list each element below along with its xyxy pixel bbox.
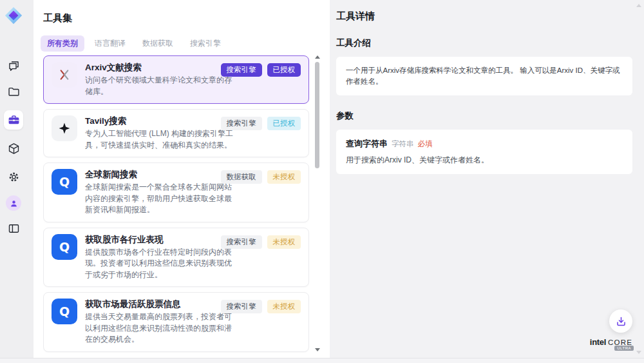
sidebar-item-tools[interactable]	[4, 110, 23, 130]
tool-list: Arxiv文献搜索 访问各个研究领域大量科学论文和文章的存储库。 搜索引擎 已授…	[43, 55, 309, 357]
tool-description: 访问各个研究领域大量科学论文和文章的存储库。	[85, 75, 239, 97]
window-scroll-down-icon[interactable]	[636, 351, 641, 354]
toolbox-panel: 工具集 所有类别语言翻译数据获取搜索引擎 Arxiv文献搜索 访问各个研究领域大…	[33, 0, 330, 358]
sidebar-item-settings[interactable]	[4, 167, 23, 186]
brand-intel: intel	[590, 337, 606, 347]
tavily-icon	[52, 115, 77, 141]
bottom-strip	[0, 358, 644, 363]
folder-icon	[7, 85, 21, 99]
app-logo	[5, 6, 23, 25]
scroll-down-arrow-icon[interactable]	[315, 348, 320, 351]
status-badge: 未授权	[267, 170, 301, 184]
sidebar-item-files[interactable]	[4, 82, 23, 101]
brand-ultra-badge: ULTRA	[614, 346, 634, 351]
param-required-label: 必填	[418, 139, 433, 149]
panel-toggle-button[interactable]	[4, 219, 23, 238]
sidebar-item-models[interactable]	[4, 139, 23, 158]
status-badge: 已授权	[267, 63, 301, 77]
tool-name: 全球新闻搜索	[85, 169, 239, 181]
param-card: 查询字符串 字符串 必填 用于搜索的Arxiv ID、关键字或作者姓名。	[336, 130, 632, 174]
category-tag: 搜索引擎	[221, 63, 262, 77]
category-tag: 搜索引擎	[221, 117, 262, 130]
left-sidebar	[0, 0, 33, 358]
chat-bubbles-icon	[7, 59, 21, 73]
tool-card[interactable]: Q 全球新闻搜索 全球新闻搜索是一个聚合全球各大新闻网站内容的搜索引擎，帮助用户…	[43, 162, 309, 222]
toolbox-icon	[7, 113, 21, 127]
scrollbar-thumb[interactable]	[315, 62, 319, 168]
tool-description: 全球新闻搜索是一个聚合全球各大新闻网站内容的搜索引擎，帮助用户快速获取全球最新资…	[85, 182, 239, 216]
status-badge: 未授权	[267, 235, 301, 249]
tool-card[interactable]: Tavily搜索 专为人工智能代理 (LLM) 构建的搜索引擎工具，可快速提供实…	[43, 109, 309, 157]
panel-toggle-icon	[7, 222, 21, 235]
cube-icon	[7, 142, 21, 155]
gear-icon	[7, 170, 21, 184]
category-tabs: 所有类别语言翻译数据获取搜索引擎	[41, 35, 330, 52]
tool-card[interactable]: Arxiv文献搜索 访问各个研究领域大量科学论文和文章的存储库。 搜索引擎 已授…	[43, 55, 309, 104]
status-badge: 未授权	[267, 300, 301, 313]
tab-1[interactable]: 语言翻译	[88, 35, 132, 52]
qblue-icon: Q	[52, 299, 77, 324]
user-avatar[interactable]	[6, 195, 21, 211]
category-tag: 搜索引擎	[221, 235, 262, 249]
params-heading: 参数	[336, 110, 632, 122]
tool-card[interactable]: Q 获取股市各行业表现 提供股票市场各个行业在特定时间段内的表现。投资者可以利用…	[43, 228, 309, 288]
tool-description: 提供当天交易量最高的股票列表，投资者可以利用这些信息来识别流动性强的股票和潜在的…	[85, 311, 239, 346]
list-scrollbar[interactable]	[314, 54, 321, 353]
download-button[interactable]	[609, 309, 632, 333]
sidebar-item-chat[interactable]	[4, 56, 23, 75]
detail-title: 工具详情	[336, 10, 632, 23]
param-description: 用于搜索的Arxiv ID、关键字或作者姓名。	[346, 155, 623, 166]
tab-2[interactable]: 数据获取	[136, 35, 180, 52]
intro-text: 一个用于从Arxiv存储库搜索科学论文和文章的工具。 输入可以是Arxiv ID…	[346, 65, 623, 87]
param-type: 字符串	[392, 139, 414, 149]
intro-heading: 工具介绍	[336, 37, 632, 49]
category-tag: 搜索引擎	[221, 300, 262, 313]
qblue-icon: Q	[52, 169, 77, 195]
tab-0[interactable]: 所有类别	[41, 35, 84, 52]
tool-name: 获取市场最活跃股票信息	[85, 299, 239, 310]
download-icon	[615, 315, 627, 328]
param-name: 查询字符串	[346, 138, 388, 150]
tool-description: 专为人工智能代理 (LLM) 构建的搜索引擎工具，可快速提供实时、准确和真实的结…	[85, 128, 239, 151]
tool-description: 提供股票市场各个行业在特定时间段内的表现。投资者可以利用这些信息来识别表现优于或…	[85, 247, 239, 281]
status-badge: 已授权	[267, 117, 301, 130]
window-scroll-up-icon[interactable]	[636, 4, 641, 7]
qblue-icon: Q	[52, 234, 77, 260]
tool-name: Arxiv文献搜索	[85, 62, 239, 74]
tool-detail-panel: 工具详情 工具介绍 一个用于从Arxiv存储库搜索科学论文和文章的工具。 输入可…	[330, 0, 644, 358]
category-tag: 数据获取	[221, 170, 262, 184]
intro-card: 一个用于从Arxiv存储库搜索科学论文和文章的工具。 输入可以是Arxiv ID…	[336, 57, 632, 95]
user-avatar-icon	[9, 199, 19, 208]
tool-name: 获取股市各行业表现	[85, 234, 239, 246]
tool-name: Tavily搜索	[85, 115, 239, 127]
tool-card[interactable]: Q 获取市场最活跃股票信息 提供当天交易量最高的股票列表，投资者可以利用这些信息…	[43, 292, 309, 352]
intel-core-logo: intelCORE ULTRA	[587, 336, 635, 348]
page-title: 工具集	[43, 12, 330, 25]
tab-3[interactable]: 搜索引擎	[184, 35, 227, 52]
arxiv-icon	[52, 62, 77, 88]
scroll-up-arrow-icon[interactable]	[315, 55, 320, 59]
